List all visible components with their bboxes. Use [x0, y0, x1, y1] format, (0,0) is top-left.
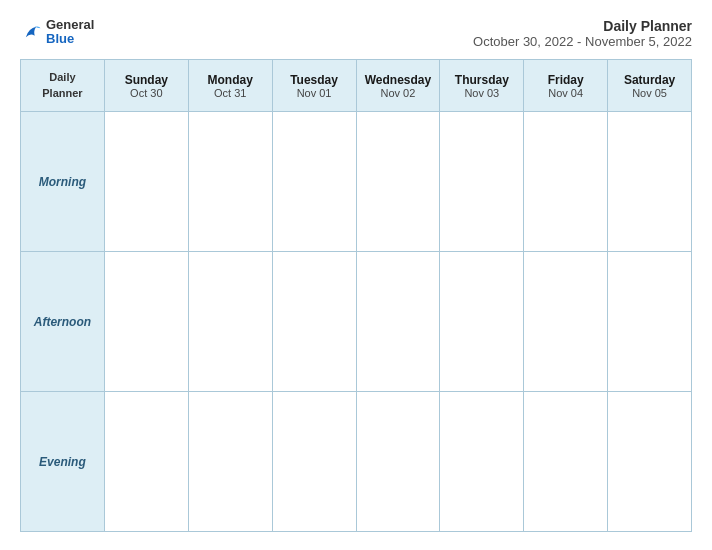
header-col-line1: Daily [49, 71, 75, 83]
afternoon-label: Afternoon [21, 252, 105, 392]
day-date-sunday: Oct 30 [109, 87, 184, 99]
day-name-thursday: Thursday [444, 73, 519, 87]
morning-wednesday-cell[interactable] [356, 112, 440, 252]
day-date-tuesday: Nov 01 [277, 87, 352, 99]
logo-bird-icon [20, 21, 42, 43]
morning-sunday-cell[interactable] [104, 112, 188, 252]
evening-saturday-cell[interactable] [608, 392, 692, 532]
afternoon-thursday-cell[interactable] [440, 252, 524, 392]
planner-title: Daily Planner [473, 18, 692, 34]
morning-saturday-cell[interactable] [608, 112, 692, 252]
afternoon-saturday-cell[interactable] [608, 252, 692, 392]
day-name-wednesday: Wednesday [361, 73, 436, 87]
day-name-saturday: Saturday [612, 73, 687, 87]
day-date-monday: Oct 31 [193, 87, 268, 99]
evening-tuesday-cell[interactable] [272, 392, 356, 532]
planner-table: Daily Planner Sunday Oct 30 Monday Oct 3… [20, 59, 692, 532]
afternoon-sunday-cell[interactable] [104, 252, 188, 392]
header-monday: Monday Oct 31 [188, 60, 272, 112]
header-thursday: Thursday Nov 03 [440, 60, 524, 112]
date-range: October 30, 2022 - November 5, 2022 [473, 34, 692, 49]
day-name-friday: Friday [528, 73, 603, 87]
header-saturday: Saturday Nov 05 [608, 60, 692, 112]
day-name-sunday: Sunday [109, 73, 184, 87]
day-date-thursday: Nov 03 [444, 87, 519, 99]
evening-friday-cell[interactable] [524, 392, 608, 532]
table-header-row: Daily Planner Sunday Oct 30 Monday Oct 3… [21, 60, 692, 112]
header-wednesday: Wednesday Nov 02 [356, 60, 440, 112]
day-date-friday: Nov 04 [528, 87, 603, 99]
morning-monday-cell[interactable] [188, 112, 272, 252]
evening-label: Evening [21, 392, 105, 532]
afternoon-wednesday-cell[interactable] [356, 252, 440, 392]
evening-sunday-cell[interactable] [104, 392, 188, 532]
morning-row: Morning [21, 112, 692, 252]
day-date-wednesday: Nov 02 [361, 87, 436, 99]
morning-friday-cell[interactable] [524, 112, 608, 252]
morning-tuesday-cell[interactable] [272, 112, 356, 252]
afternoon-tuesday-cell[interactable] [272, 252, 356, 392]
day-date-saturday: Nov 05 [612, 87, 687, 99]
header-sunday: Sunday Oct 30 [104, 60, 188, 112]
morning-label: Morning [21, 112, 105, 252]
evening-monday-cell[interactable] [188, 392, 272, 532]
header-friday: Friday Nov 04 [524, 60, 608, 112]
afternoon-monday-cell[interactable] [188, 252, 272, 392]
evening-row: Evening [21, 392, 692, 532]
morning-thursday-cell[interactable] [440, 112, 524, 252]
evening-wednesday-cell[interactable] [356, 392, 440, 532]
evening-thursday-cell[interactable] [440, 392, 524, 532]
logo: GeneralBlue [20, 18, 94, 47]
title-block: Daily Planner October 30, 2022 - Novembe… [473, 18, 692, 49]
header-col-line2: Planner [42, 87, 82, 99]
page-header: GeneralBlue Daily Planner October 30, 20… [20, 18, 692, 49]
day-name-monday: Monday [193, 73, 268, 87]
header-tuesday: Tuesday Nov 01 [272, 60, 356, 112]
header-daily-planner: Daily Planner [21, 60, 105, 112]
day-name-tuesday: Tuesday [277, 73, 352, 87]
afternoon-friday-cell[interactable] [524, 252, 608, 392]
afternoon-row: Afternoon [21, 252, 692, 392]
logo-text: GeneralBlue [46, 18, 94, 47]
